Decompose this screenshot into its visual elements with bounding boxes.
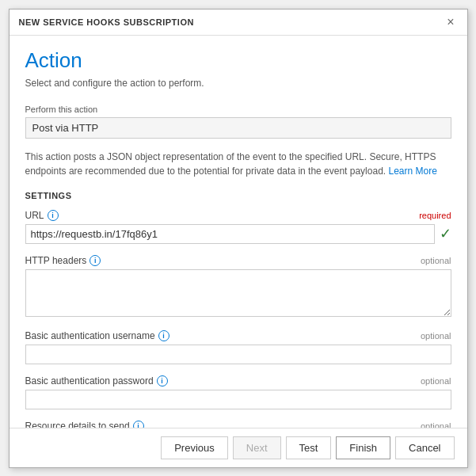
url-input-wrapper: ✓ — [25, 224, 451, 244]
http-headers-field-row: HTTP headers i optional — [25, 255, 451, 319]
url-input-container — [25, 224, 435, 244]
dialog-titlebar: NEW SERVICE HOOKS SUBSCRIPTION × — [10, 10, 467, 36]
url-input[interactable] — [25, 224, 435, 244]
url-label-group: URL i — [25, 210, 59, 221]
url-label: URL — [25, 210, 44, 221]
dialog-footer: Previous Next Test Finish Cancel — [10, 428, 467, 467]
settings-header: SETTINGS — [25, 191, 451, 200]
action-select[interactable]: Post via HTTP — [25, 117, 451, 139]
password-field-row: Basic authentication password i optional — [25, 375, 451, 409]
password-label-row: Basic authentication password i optional — [25, 375, 451, 387]
username-label: Basic authentication username — [25, 330, 155, 341]
password-info-icon[interactable]: i — [157, 375, 168, 387]
url-required-badge: required — [419, 211, 451, 220]
resource-details-label-group: Resource details to send i — [25, 421, 144, 428]
resource-details-label-row: Resource details to send i optional — [25, 421, 451, 428]
next-button[interactable]: Next — [233, 436, 281, 459]
password-input[interactable] — [25, 390, 451, 409]
username-label-group: Basic authentication username i — [25, 330, 169, 341]
page-title: Action — [25, 48, 451, 73]
http-headers-label-row: HTTP headers i optional — [25, 255, 451, 266]
username-optional-badge: optional — [421, 331, 451, 341]
previous-button[interactable]: Previous — [161, 436, 228, 459]
http-headers-info-icon[interactable]: i — [89, 255, 101, 266]
url-field-row: URL i required ✓ — [25, 210, 451, 244]
password-optional-badge: optional — [421, 376, 451, 386]
resource-details-optional-badge: optional — [421, 421, 451, 428]
close-button[interactable]: × — [444, 16, 457, 29]
perform-action-label: Perform this action — [25, 105, 451, 114]
description-text: This action posts a JSON object represen… — [25, 150, 451, 178]
resource-details-info-icon[interactable]: i — [133, 421, 144, 428]
url-valid-icon: ✓ — [440, 225, 451, 242]
http-headers-optional-badge: optional — [421, 256, 451, 265]
dialog-container: NEW SERVICE HOOKS SUBSCRIPTION × Action … — [9, 9, 468, 468]
resource-details-label: Resource details to send — [25, 421, 130, 428]
http-headers-label: HTTP headers — [25, 255, 87, 266]
resource-details-field-row: Resource details to send i optional — [25, 421, 451, 428]
description-body: This action posts a JSON object represen… — [25, 151, 436, 177]
http-headers-input[interactable] — [25, 269, 451, 317]
url-label-row: URL i required — [25, 210, 451, 221]
username-field-row: Basic authentication username i optional — [25, 330, 451, 364]
password-label: Basic authentication password — [25, 375, 154, 387]
cancel-button[interactable]: Cancel — [395, 436, 454, 459]
perform-action-field: Perform this action Post via HTTP — [25, 105, 451, 139]
learn-more-link[interactable]: Learn More — [388, 166, 436, 177]
finish-button[interactable]: Finish — [336, 436, 390, 459]
page-subtitle: Select and configure the action to perfo… — [25, 78, 451, 89]
dialog-title: NEW SERVICE HOOKS SUBSCRIPTION — [19, 17, 194, 27]
username-input[interactable] — [25, 345, 451, 364]
http-headers-label-group: HTTP headers i — [25, 255, 101, 266]
test-button[interactable]: Test — [286, 436, 332, 459]
url-info-icon[interactable]: i — [48, 210, 59, 221]
password-label-group: Basic authentication password i — [25, 375, 168, 387]
username-label-row: Basic authentication username i optional — [25, 330, 451, 341]
dialog-body: Action Select and configure the action t… — [10, 36, 467, 428]
username-info-icon[interactable]: i — [158, 330, 169, 341]
